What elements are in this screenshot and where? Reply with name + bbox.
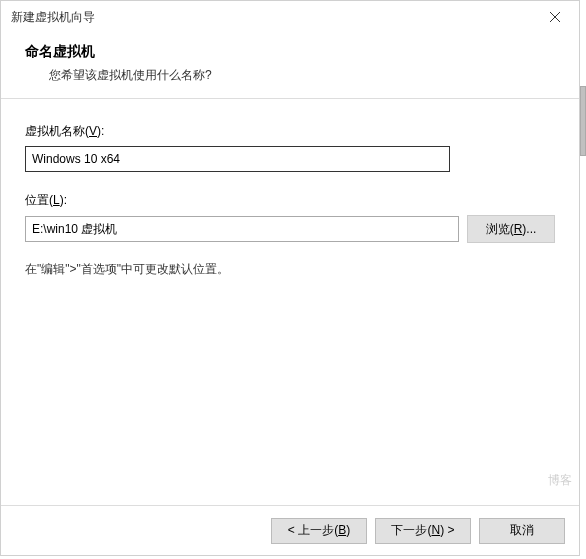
page-title: 命名虚拟机 (25, 43, 555, 61)
back-button[interactable]: < 上一步(B) (271, 518, 367, 544)
wizard-dialog: 新建虚拟机向导 命名虚拟机 您希望该虚拟机使用什么名称? 虚拟机名称(V): 位… (0, 0, 580, 556)
wizard-header: 命名虚拟机 您希望该虚拟机使用什么名称? (1, 33, 579, 99)
location-input[interactable] (25, 216, 459, 242)
cancel-button[interactable]: 取消 (479, 518, 565, 544)
titlebar: 新建虚拟机向导 (1, 1, 579, 33)
browse-button[interactable]: 浏览(R)... (467, 215, 555, 243)
page-subtitle: 您希望该虚拟机使用什么名称? (49, 67, 555, 84)
close-icon (550, 12, 560, 22)
location-label: 位置(L): (25, 192, 555, 209)
location-row: 浏览(R)... (25, 215, 555, 243)
close-button[interactable] (535, 3, 575, 31)
next-button[interactable]: 下一步(N) > (375, 518, 471, 544)
wizard-footer: < 上一步(B) 下一步(N) > 取消 (1, 505, 579, 555)
scrollbar-fragment (580, 86, 586, 156)
vm-name-label: 虚拟机名称(V): (25, 123, 555, 140)
vm-name-input[interactable] (25, 146, 450, 172)
wizard-content: 虚拟机名称(V): 位置(L): 浏览(R)... 在"编辑">"首选项"中可更… (1, 99, 579, 505)
window-title: 新建虚拟机向导 (11, 9, 95, 26)
location-hint: 在"编辑">"首选项"中可更改默认位置。 (25, 261, 555, 278)
